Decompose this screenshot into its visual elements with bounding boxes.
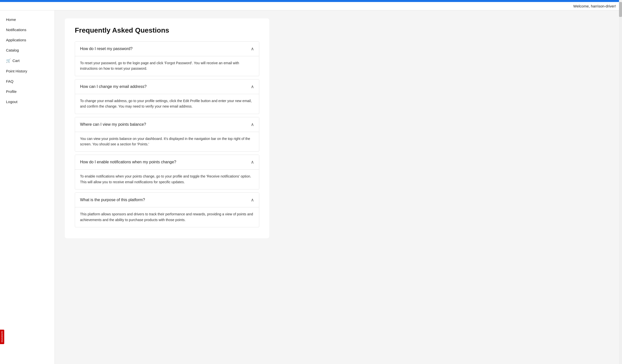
sidebar-item-label: Cart <box>12 59 19 63</box>
sidebar-item-point-history[interactable]: Point History <box>0 66 55 76</box>
faq-answer: You can view your points balance on your… <box>75 132 259 152</box>
main-content: Frequently Asked Questions How do I rese… <box>55 10 622 364</box>
sidebar-item-label: Logout <box>6 100 17 104</box>
sidebar-item-label: Notifications <box>6 28 26 32</box>
faq-title: Frequently Asked Questions <box>75 26 259 34</box>
sidebar-item-label: Profile <box>6 89 17 94</box>
welcome-text: Welcome, harrison-driver! <box>573 4 616 8</box>
faq-item: What is the purpose of this platform?∧Th… <box>75 192 259 227</box>
sidebar-item-home[interactable]: Home <box>0 14 55 25</box>
faq-question-text: How do I enable notifications when my po… <box>80 160 176 164</box>
faq-answer: To reset your password, go to the login … <box>75 56 259 76</box>
sidebar-item-label: Home <box>6 17 16 22</box>
faq-question-text: How do I reset my password? <box>80 47 133 51</box>
sidebar-item-label: Point History <box>6 69 27 73</box>
faq-question[interactable]: How do I reset my password?∧ <box>75 42 259 56</box>
chevron-up-icon: ∧ <box>251 122 254 127</box>
header: Welcome, harrison-driver! <box>0 2 622 10</box>
faq-answer: This platform allows sponsors and driver… <box>75 207 259 227</box>
scrollbar-thumb[interactable] <box>619 2 622 17</box>
layout: HomeNotificationsApplicationsCatalog🛒Car… <box>0 10 622 364</box>
faq-item: How do I reset my password?∧To reset you… <box>75 41 259 76</box>
sidebar-item-applications[interactable]: Applications <box>0 35 55 45</box>
faq-question[interactable]: How can I change my email address?∧ <box>75 79 259 94</box>
chevron-up-icon: ∧ <box>251 46 254 52</box>
screenmix-badge: screenmix <box>0 330 4 344</box>
faq-question-text: Where can I view my points balance? <box>80 122 146 127</box>
sidebar-item-catalog[interactable]: Catalog <box>0 45 55 55</box>
sidebar-item-cart[interactable]: 🛒Cart <box>0 55 55 66</box>
sidebar: HomeNotificationsApplicationsCatalog🛒Car… <box>0 10 55 364</box>
chevron-up-icon: ∧ <box>251 197 254 203</box>
faq-question[interactable]: What is the purpose of this platform?∧ <box>75 193 259 207</box>
faq-question[interactable]: Where can I view my points balance?∧ <box>75 117 259 132</box>
faq-item: How do I enable notifications when my po… <box>75 155 259 189</box>
faq-answer: To change your email address, go to your… <box>75 94 259 114</box>
faq-answer: To enable notifications when your points… <box>75 169 259 189</box>
faq-list: How do I reset my password?∧To reset you… <box>75 41 259 227</box>
sidebar-item-faq[interactable]: FAQ <box>0 76 55 86</box>
faq-item: Where can I view my points balance?∧You … <box>75 117 259 152</box>
scrollbar-area[interactable] <box>619 0 622 364</box>
sidebar-item-label: Applications <box>6 38 26 42</box>
faq-question-text: How can I change my email address? <box>80 84 147 89</box>
cart-icon: 🛒 <box>6 58 11 63</box>
sidebar-item-logout[interactable]: Logout <box>0 97 55 107</box>
faq-container: Frequently Asked Questions How do I rese… <box>65 18 269 238</box>
faq-item: How can I change my email address?∧To ch… <box>75 79 259 114</box>
faq-question-text: What is the purpose of this platform? <box>80 198 145 202</box>
faq-question[interactable]: How do I enable notifications when my po… <box>75 155 259 169</box>
chevron-up-icon: ∧ <box>251 159 254 165</box>
chevron-up-icon: ∧ <box>251 84 254 89</box>
sidebar-item-notifications[interactable]: Notifications <box>0 25 55 35</box>
sidebar-item-profile[interactable]: Profile <box>0 86 55 97</box>
sidebar-item-label: FAQ <box>6 79 13 83</box>
top-bar <box>0 0 622 2</box>
sidebar-item-label: Catalog <box>6 48 19 52</box>
